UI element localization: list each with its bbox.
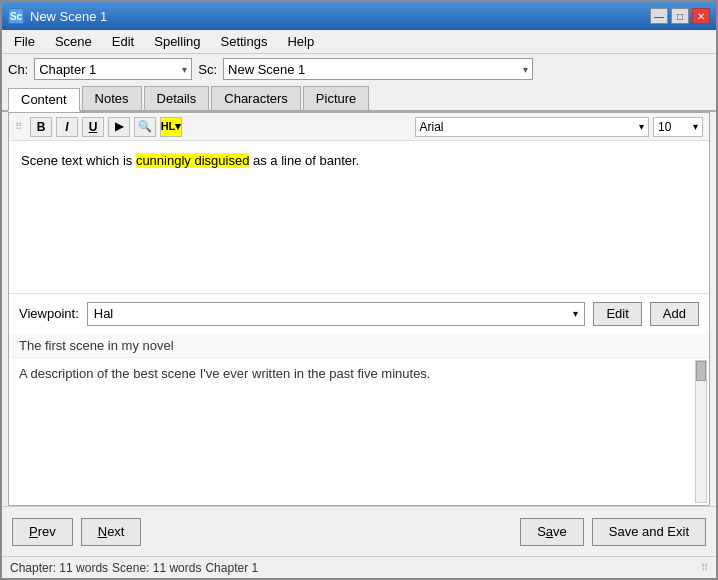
- add-viewpoint-button[interactable]: Add: [650, 302, 699, 326]
- titlebar-left: Sc New Scene 1: [8, 8, 107, 24]
- menu-edit[interactable]: Edit: [104, 32, 142, 51]
- bottom-buttons: Prev Next Save Save and Exit: [2, 506, 716, 556]
- tab-characters[interactable]: Characters: [211, 86, 301, 110]
- save-exit-button[interactable]: Save and Exit: [592, 518, 706, 546]
- font-size-dropdown[interactable]: 10 ▾: [653, 117, 703, 137]
- menu-file[interactable]: File: [6, 32, 43, 51]
- tab-details[interactable]: Details: [144, 86, 210, 110]
- menu-settings[interactable]: Settings: [213, 32, 276, 51]
- prev-label-underline: P: [29, 524, 38, 539]
- scene-words: Scene: 11 words: [112, 561, 201, 575]
- scene-label: Sc:: [198, 62, 217, 77]
- app-icon: Sc: [8, 8, 24, 24]
- viewpoint-label: Viewpoint:: [19, 306, 79, 321]
- chapter-name: Chapter 1: [205, 561, 258, 575]
- text-before: Scene text which is: [21, 153, 136, 168]
- edit-viewpoint-button[interactable]: Edit: [593, 302, 641, 326]
- tab-notes[interactable]: Notes: [82, 86, 142, 110]
- close-button[interactable]: ✕: [692, 8, 710, 24]
- text-highlighted: cunningly disguised: [136, 153, 249, 168]
- format-bar: ⠿ B I U ▶ 🔍 HL▾ Arial ▾ 10 ▾: [9, 113, 709, 141]
- main-window: Sc New Scene 1 — □ ✕ File Scene Edit Spe…: [0, 0, 718, 580]
- underline-button[interactable]: U: [82, 117, 104, 137]
- next-button[interactable]: Next: [81, 518, 142, 546]
- play-button[interactable]: ▶: [108, 117, 130, 137]
- text-editor[interactable]: Scene text which is cunningly disguised …: [9, 141, 709, 293]
- scene-title: The first scene in my novel: [9, 334, 709, 358]
- menu-spelling[interactable]: Spelling: [146, 32, 208, 51]
- chapter-dropdown-arrow: ▾: [182, 64, 187, 75]
- bottom-right-buttons: Save Save and Exit: [520, 518, 706, 546]
- menubar: File Scene Edit Spelling Settings Help: [2, 30, 716, 54]
- drag-handle-icon: ⠿: [15, 121, 22, 132]
- highlight-button[interactable]: HL▾: [160, 117, 182, 137]
- viewpoint-arrow: ▾: [573, 308, 578, 319]
- menu-help[interactable]: Help: [279, 32, 322, 51]
- search-button[interactable]: 🔍: [134, 117, 156, 137]
- chapter-scene-toolbar: Ch: Chapter 1 ▾ Sc: New Scene 1 ▾: [2, 54, 716, 84]
- font-family-arrow: ▾: [639, 121, 644, 132]
- bottom-left-buttons: Prev Next: [12, 518, 141, 546]
- titlebar: Sc New Scene 1 — □ ✕: [2, 2, 716, 30]
- font-family-dropdown[interactable]: Arial ▾: [415, 117, 650, 137]
- tab-content[interactable]: Content: [8, 88, 80, 112]
- scene-dropdown-arrow: ▾: [523, 64, 528, 75]
- scrollbar-track[interactable]: [695, 360, 707, 504]
- save-button[interactable]: Save: [520, 518, 584, 546]
- minimize-button[interactable]: —: [650, 8, 668, 24]
- resize-grip: ⠿: [701, 562, 708, 573]
- italic-button[interactable]: I: [56, 117, 78, 137]
- prev-button[interactable]: Prev: [12, 518, 73, 546]
- tab-picture[interactable]: Picture: [303, 86, 369, 110]
- maximize-button[interactable]: □: [671, 8, 689, 24]
- menu-scene[interactable]: Scene: [47, 32, 100, 51]
- viewpoint-section: Viewpoint: Hal ▾ Edit Add: [9, 293, 709, 334]
- bold-button[interactable]: B: [30, 117, 52, 137]
- save-underline: a: [546, 524, 553, 539]
- tabs-row: Content Notes Details Characters Picture: [2, 84, 716, 112]
- chapter-dropdown[interactable]: Chapter 1 ▾: [34, 58, 192, 80]
- description-area[interactable]: A description of the best scene I've eve…: [9, 358, 709, 506]
- content-area: ⠿ B I U ▶ 🔍 HL▾ Arial ▾ 10 ▾ Scene text …: [8, 112, 710, 506]
- scrollbar-thumb[interactable]: [696, 361, 706, 381]
- text-after: as a line of banter.: [249, 153, 359, 168]
- scene-dropdown[interactable]: New Scene 1 ▾: [223, 58, 533, 80]
- window-title: New Scene 1: [30, 9, 107, 24]
- chapter-words: Chapter: 11 words: [10, 561, 108, 575]
- description-text: A description of the best scene I've eve…: [19, 366, 430, 381]
- next-label-underline: N: [98, 524, 107, 539]
- viewpoint-dropdown[interactable]: Hal ▾: [87, 302, 586, 326]
- statusbar: Chapter: 11 words Scene: 11 words Chapte…: [2, 556, 716, 578]
- window-controls: — □ ✕: [650, 8, 710, 24]
- chapter-label: Ch:: [8, 62, 28, 77]
- font-size-arrow: ▾: [693, 121, 698, 132]
